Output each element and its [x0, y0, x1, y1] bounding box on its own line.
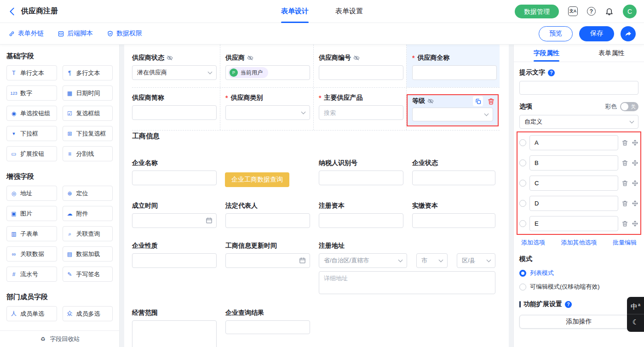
option-radio[interactable] — [519, 180, 526, 187]
preview-button[interactable]: 预览 — [539, 26, 573, 41]
field-business-scope[interactable]: 经营范围 — [132, 309, 217, 347]
tab-form-design[interactable]: 表单设计 — [281, 0, 309, 23]
field-legal-rep[interactable]: 法定代表人 — [225, 202, 310, 228]
translate-icon[interactable]: 文A — [568, 6, 578, 16]
palette-item-dropdown[interactable]: ▼下拉框 — [6, 126, 57, 141]
bell-icon[interactable] — [605, 7, 614, 16]
tab-form-properties[interactable]: 表单属性 — [579, 45, 644, 62]
palette-item-location[interactable]: ⊕定位 — [63, 186, 113, 201]
reg-capital-input[interactable] — [319, 213, 403, 228]
tax-id-input[interactable] — [319, 171, 403, 185]
supplier-value-box[interactable]: P当前用户 — [225, 65, 310, 80]
field-paid-capital[interactable]: 实缴资本 — [412, 202, 495, 228]
option-source-select[interactable]: 自定义 — [519, 115, 638, 129]
tab-field-properties[interactable]: 字段属性 — [514, 45, 579, 62]
palette-item-serial-number[interactable]: #流水号 — [6, 267, 57, 282]
query-result-input[interactable] — [225, 320, 310, 334]
current-user-tag[interactable]: P当前用户 — [228, 67, 268, 78]
trash-icon[interactable] — [621, 180, 628, 187]
data-permission-link[interactable]: 数据权限 — [107, 29, 142, 38]
field-tax-id[interactable]: 纳税人识别号 — [319, 159, 403, 185]
back-icon[interactable] — [7, 6, 17, 17]
move-icon[interactable] — [632, 200, 638, 207]
legal-rep-input[interactable] — [225, 213, 310, 228]
option-input[interactable] — [529, 176, 618, 191]
avatar[interactable]: C — [623, 5, 637, 18]
field-info-update-time[interactable]: 工商信息更新时间 — [225, 242, 310, 268]
supplier-category-select[interactable] — [225, 105, 310, 120]
district-select[interactable]: 区/县 — [457, 253, 495, 268]
help-circle-icon[interactable]: ? — [565, 301, 572, 308]
business-scope-textarea[interactable] — [132, 320, 217, 347]
tab-form-settings[interactable]: 表单设置 — [335, 0, 363, 23]
palette-item-number[interactable]: 123数字 — [6, 85, 57, 101]
field-company-nature[interactable]: 企业性质 — [132, 242, 217, 268]
palette-item-member-single[interactable]: 人成员单选 — [6, 306, 57, 321]
palette-item-address[interactable]: ◎地址 — [6, 186, 57, 201]
help-circle-icon[interactable]: ? — [548, 69, 555, 76]
company-data-query-button[interactable]: 企业工商数据查询 — [225, 172, 289, 187]
palette-item-divider[interactable]: ≡分割线 — [63, 146, 113, 161]
detail-address-textarea[interactable] — [319, 271, 495, 294]
add-option-link[interactable]: 添加选项 — [521, 239, 545, 247]
supplier-short-input[interactable] — [132, 105, 217, 120]
palette-item-checkbox-group[interactable]: ☑复选框组 — [63, 106, 113, 121]
language-switch-icon[interactable]: 中a — [627, 299, 644, 314]
option-radio[interactable] — [519, 159, 526, 166]
field-supplier-status[interactable]: 供应商状态 潜在供应商 — [132, 54, 217, 80]
batch-edit-link[interactable]: 批量编辑 — [613, 239, 637, 247]
field-supplier-no[interactable]: 供应商编号 — [319, 54, 403, 80]
field-supplier-short[interactable]: 供应商简称 — [132, 94, 217, 120]
delete-field-button[interactable] — [487, 97, 495, 105]
supplier-fullname-input[interactable] — [412, 65, 497, 80]
main-products-input[interactable] — [319, 105, 403, 120]
mode-list[interactable]: 列表模式 — [519, 269, 638, 277]
trash-icon[interactable] — [621, 200, 628, 207]
palette-item-image[interactable]: ▣图片 — [6, 206, 57, 221]
color-toggle[interactable]: 关 — [620, 102, 638, 111]
company-nature-input[interactable] — [132, 253, 217, 268]
option-input[interactable] — [529, 216, 618, 231]
save-button[interactable]: 保存 — [579, 26, 614, 41]
trash-icon[interactable] — [621, 139, 628, 146]
city-select[interactable]: 市 — [416, 253, 448, 268]
add-other-option-link[interactable]: 添加其他选项 — [561, 239, 597, 247]
palette-item-single-text[interactable]: T单行文本 — [6, 65, 57, 80]
add-action-button[interactable]: 添加操作 — [519, 315, 638, 329]
palette-item-extend-button[interactable]: ▭扩展按钮 — [6, 146, 57, 161]
data-manage-button[interactable]: 数据管理 — [515, 5, 559, 18]
field-supplier-fullname[interactable]: *供应商全称 — [407, 45, 500, 87]
palette-item-related-query[interactable]: ⌕关联查询 — [63, 226, 113, 241]
field-founded[interactable]: 成立时间 — [132, 202, 217, 228]
paid-capital-input[interactable] — [412, 213, 495, 228]
company-status-input[interactable] — [412, 171, 495, 185]
share-button[interactable] — [621, 26, 636, 41]
founded-date-input[interactable] — [132, 213, 217, 228]
move-icon[interactable] — [632, 139, 638, 146]
trash-icon[interactable] — [621, 220, 628, 227]
company-name-input[interactable] — [132, 171, 217, 185]
backend-script-link[interactable]: 后端脚本 — [58, 29, 93, 38]
dark-mode-icon[interactable]: ☾ — [627, 314, 644, 330]
option-input[interactable] — [529, 196, 618, 211]
field-supplier-category[interactable]: *供应商类别 — [225, 94, 310, 120]
palette-item-related-data[interactable]: ∞关联数据 — [6, 246, 57, 262]
supplier-no-input[interactable] — [319, 65, 403, 80]
field-recycle-bin[interactable]: ♻ 字段回收站 — [0, 330, 119, 347]
option-input[interactable] — [529, 155, 618, 171]
move-icon[interactable] — [632, 159, 638, 166]
province-select[interactable]: 省/自治区/直辖市 — [319, 253, 407, 268]
field-company-status[interactable]: 企业状态 — [412, 159, 495, 185]
palette-item-attachment[interactable]: ☁附件 — [63, 206, 113, 221]
form-external-link[interactable]: 表单外链 — [8, 29, 44, 38]
help-icon[interactable]: ? — [587, 7, 596, 16]
field-company-name[interactable]: 企业名称 — [132, 159, 217, 185]
option-radio[interactable] — [519, 139, 526, 146]
palette-item-radio-group[interactable]: ◉单选按钮组 — [6, 106, 57, 121]
palette-item-data-load[interactable]: ▤数据加载 — [63, 246, 113, 262]
field-reg-address[interactable]: 注册地址 省/自治区/直辖市 市 区/县 — [319, 242, 495, 296]
option-radio[interactable] — [519, 220, 526, 227]
copy-field-button[interactable] — [473, 96, 483, 106]
option-radio[interactable] — [519, 200, 526, 207]
field-reg-capital[interactable]: 注册资本 — [319, 202, 403, 228]
